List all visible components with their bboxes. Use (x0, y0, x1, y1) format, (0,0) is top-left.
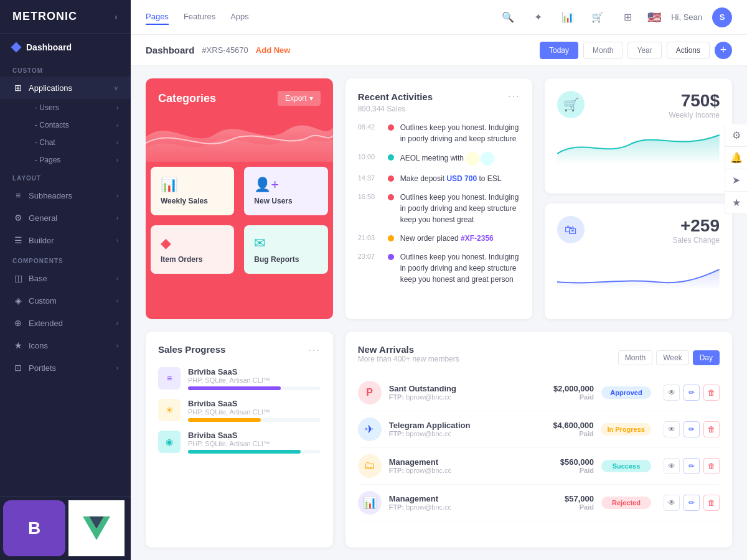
arrival-edit-2[interactable]: ✏ (684, 458, 700, 474)
arrival-delete-0[interactable]: 🗑 (703, 385, 720, 401)
user-avatar[interactable]: S (712, 7, 732, 27)
portlets-icon: ⊡ (12, 362, 24, 373)
grid-icon[interactable]: ⊞ (618, 7, 637, 27)
base-label: Base (29, 274, 47, 283)
activity-time-3: 16:50 (358, 193, 382, 200)
arrival-edit-3[interactable]: ✏ (684, 495, 700, 511)
arrival-view-2[interactable]: 👁 (664, 458, 680, 474)
activity-item-2: 14:37 Make deposit USD 700 to ESL (358, 173, 520, 184)
sidebar-item-chat[interactable]: - Chat › (22, 134, 131, 151)
components-section-label: COMPONENTS (0, 251, 131, 267)
arrival-edit-1[interactable]: ✏ (684, 421, 700, 437)
topnav-features-link[interactable]: Features (184, 9, 215, 25)
sidebar-dashboard-item[interactable]: Dashboard (0, 34, 131, 61)
categories-grid: 📊 Weekly Sales 👤+ New Users ◆ Item Order… (146, 162, 333, 279)
users-chevron-icon: › (116, 105, 118, 111)
actions-button[interactable]: Actions (667, 42, 710, 59)
sales-change-chart (557, 251, 720, 288)
arrivals-tab-month[interactable]: Month (618, 350, 652, 365)
cart-icon[interactable]: 🛒 (588, 7, 608, 27)
sidebar-toggle-icon[interactable]: ‹ (115, 12, 118, 22)
progress-bar-wrap-0 (188, 386, 321, 390)
language-flag[interactable]: 🇺🇸 (647, 11, 661, 24)
sidebar-item-custom[interactable]: ◈ Custom › (0, 289, 131, 312)
sales-progress-more-icon[interactable]: ··· (308, 345, 320, 356)
arrival-row-1: ✈ Telegram Application FTP: bprow@bnc.cc… (358, 411, 720, 448)
sidebar-item-extended[interactable]: ⊕ Extended › (0, 312, 131, 334)
right-settings-icon[interactable]: ⚙ (725, 124, 747, 147)
sales-change-icon: 🛍 (557, 216, 585, 243)
general-chevron-icon: › (116, 215, 118, 222)
builder-chevron-icon: › (116, 237, 118, 244)
weekly-income-card: 🛒 750$ Weekly Income (545, 78, 732, 194)
add-plus-button[interactable]: + (715, 42, 732, 59)
sidebar-item-subheaders[interactable]: ≡ Subheaders › (0, 184, 131, 207)
extended-label: Extended (29, 319, 63, 328)
progress-bar-2 (188, 450, 301, 454)
sidebar-item-applications[interactable]: ⊞ Applications ∨ (0, 77, 131, 99)
activities-more-icon[interactable]: ··· (508, 91, 520, 102)
sidebar-item-applications-inner: ⊞ Applications (12, 82, 72, 93)
bug-reports-item[interactable]: ✉ Bug Reports (244, 225, 327, 274)
sidebar-item-contacts[interactable]: - Contacts › (22, 116, 131, 134)
weekly-income-value: 750$ (669, 91, 720, 111)
activity-text-0: Outlines keep you honest. Indulging in p… (400, 122, 520, 144)
general-label: General (29, 213, 57, 223)
month-button[interactable]: Month (583, 42, 622, 59)
year-button[interactable]: Year (627, 42, 661, 59)
arrival-view-3[interactable]: 👁 (664, 495, 680, 511)
topnav-pages-link[interactable]: Pages (146, 9, 169, 25)
sidebar-item-portlets[interactable]: ⊡ Portlets › (0, 357, 131, 379)
sidebar-item-pages[interactable]: - Pages › (22, 151, 131, 169)
new-users-item[interactable]: 👤+ New Users (244, 167, 327, 215)
wave-chart (146, 112, 333, 162)
chart-icon[interactable]: 📊 (558, 7, 578, 27)
export-button[interactable]: Export ▾ (278, 91, 321, 106)
search-icon[interactable]: 🔍 (498, 7, 518, 27)
arrival-delete-1[interactable]: 🗑 (703, 421, 720, 437)
arrival-amount-2: $560,000 Paid (560, 457, 594, 474)
sidebar-item-users[interactable]: - Users › (22, 99, 131, 116)
activity-time-0: 08:42 (358, 123, 382, 131)
sidebar-item-icons[interactable]: ★ Icons › (0, 334, 131, 357)
vue-logo[interactable] (68, 500, 125, 556)
progress-info-0: Briviba SaaS PHP, SQLite, Artisan CLI™ (188, 367, 321, 390)
item-orders-icon: ◆ (161, 235, 171, 251)
progress-icon-1: ☀ (158, 399, 181, 421)
today-button[interactable]: Today (540, 42, 578, 59)
progress-bar-wrap-2 (188, 450, 321, 454)
general-inner: ⚙ General (12, 212, 57, 223)
sidebar-item-general[interactable]: ⚙ General › (0, 207, 131, 229)
bug-reports-icon: ✉ (254, 235, 265, 251)
icons-label: Icons (29, 341, 48, 350)
weekly-sales-item[interactable]: 📊 Weekly Sales (151, 167, 234, 215)
arrival-actions-2: 👁 ✏ 🗑 (664, 458, 720, 474)
arrivals-title: New Arrivals (358, 344, 459, 355)
arrival-view-0[interactable]: 👁 (664, 385, 680, 401)
right-send-icon[interactable]: ➤ (725, 169, 747, 192)
sales-progress-header: Sales Progress ··· (158, 344, 321, 357)
pages-label: - Pages (35, 156, 60, 164)
add-new-button[interactable]: Add New (256, 45, 291, 55)
sidebar-item-base[interactable]: ◫ Base › (0, 267, 131, 289)
bootstrap-logo[interactable]: B (3, 500, 65, 556)
arrival-badge-2: Success (601, 460, 651, 472)
weekly-income-chart (557, 126, 720, 163)
right-star-icon[interactable]: ★ (725, 192, 747, 214)
right-bell-icon[interactable]: 🔔 (725, 147, 747, 169)
arrival-edit-0[interactable]: ✏ (684, 385, 700, 401)
arrival-view-1[interactable]: 👁 (664, 421, 680, 437)
arrivals-tab-day[interactable]: Day (693, 350, 720, 365)
arrival-logo-0: P (358, 381, 382, 404)
arrivals-tab-week[interactable]: Week (656, 350, 688, 365)
arrival-delete-2[interactable]: 🗑 (703, 458, 720, 474)
topnav-apps-link[interactable]: Apps (230, 9, 249, 25)
arrival-name-1: Telegram Application (389, 421, 471, 430)
share-icon[interactable]: ✦ (528, 7, 548, 27)
sales-progress-title: Sales Progress (158, 344, 225, 355)
arrival-delete-3[interactable]: 🗑 (703, 495, 720, 511)
order-link[interactable]: #XF-2356 (461, 234, 494, 243)
item-orders-item[interactable]: ◆ Item Orders (151, 225, 234, 274)
avatar-2 (481, 152, 494, 166)
sidebar-item-builder[interactable]: ☰ Builder › (0, 229, 131, 251)
